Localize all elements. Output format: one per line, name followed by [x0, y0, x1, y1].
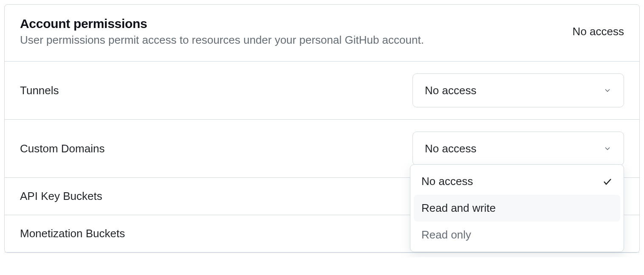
permission-label: Monetization Buckets: [20, 227, 125, 240]
dropdown-option-read-only[interactable]: Read only: [414, 222, 620, 248]
permission-row-tunnels: Tunnels No access: [5, 62, 639, 120]
card-title: Account permissions: [20, 17, 424, 31]
check-icon: [602, 177, 613, 187]
card-header-left: Account permissions User permissions per…: [20, 17, 424, 47]
dropdown-option-read-write[interactable]: Read and write: [414, 195, 620, 222]
permissions-card: Account permissions User permissions per…: [4, 4, 640, 253]
access-select-value: No access: [425, 142, 476, 155]
card-header: Account permissions User permissions per…: [5, 5, 639, 62]
card-subtitle: User permissions permit access to resour…: [20, 34, 424, 47]
dropdown-option-label: Read only: [421, 228, 471, 241]
dropdown-option-no-access[interactable]: No access: [414, 168, 620, 195]
access-select-value: No access: [425, 84, 476, 97]
permission-label: API Key Buckets: [20, 190, 102, 203]
permission-label: Custom Domains: [20, 142, 105, 155]
access-summary-badge: No access: [573, 25, 624, 38]
dropdown-option-label: No access: [421, 175, 473, 188]
dropdown-option-label: Read and write: [421, 202, 496, 215]
chevron-down-icon: [603, 86, 612, 95]
access-dropdown: No access Read and write Read only: [410, 164, 624, 252]
access-select-tunnels[interactable]: No access: [412, 73, 624, 107]
chevron-down-icon: [603, 144, 612, 153]
access-select-custom-domains[interactable]: No access: [412, 132, 624, 166]
permission-label: Tunnels: [20, 84, 59, 97]
